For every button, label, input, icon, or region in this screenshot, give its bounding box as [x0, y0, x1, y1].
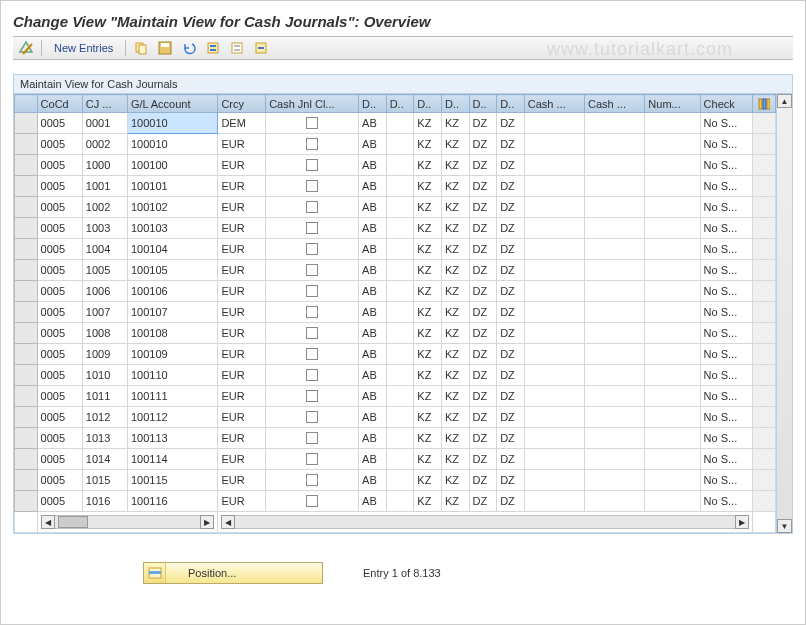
checkbox[interactable]	[306, 201, 318, 213]
row-selector[interactable]	[15, 344, 38, 365]
cell-cj[interactable]: 1009	[82, 344, 127, 365]
hscroll-right-bar[interactable]: ◀ ▶	[221, 515, 749, 529]
cell-d2[interactable]	[386, 407, 414, 428]
table-row[interactable]: 00051003100103EURABKZKZDZDZNo S...	[15, 218, 776, 239]
cell-cash2[interactable]	[585, 365, 645, 386]
cell-cash1[interactable]	[524, 428, 584, 449]
cell-cocd[interactable]: 0005	[37, 470, 82, 491]
cell-cash2[interactable]	[585, 113, 645, 134]
cell-d3[interactable]: KZ	[414, 239, 442, 260]
new-entries-button[interactable]: New Entries	[48, 42, 119, 54]
cell-d5[interactable]: DZ	[469, 428, 497, 449]
vscroll-down-btn[interactable]: ▼	[777, 519, 792, 533]
table-row[interactable]: 00051011100111EURABKZKZDZDZNo S...	[15, 386, 776, 407]
cell-cocd[interactable]: 0005	[37, 323, 82, 344]
cell-d1[interactable]: AB	[359, 176, 387, 197]
cell-cash1[interactable]	[524, 407, 584, 428]
table-row[interactable]: 00051015100115EURABKZKZDZDZNo S...	[15, 470, 776, 491]
cell-cash2[interactable]	[585, 197, 645, 218]
cell-d3[interactable]: KZ	[414, 134, 442, 155]
cell-cash2[interactable]	[585, 218, 645, 239]
cell-cash2[interactable]	[585, 449, 645, 470]
cell-d5[interactable]: DZ	[469, 197, 497, 218]
cell-d1[interactable]: AB	[359, 386, 387, 407]
cell-d2[interactable]	[386, 155, 414, 176]
row-selector[interactable]	[15, 239, 38, 260]
cell-d3[interactable]: KZ	[414, 302, 442, 323]
cell-check[interactable]: No S...	[700, 134, 753, 155]
cell-crcy[interactable]: EUR	[218, 449, 266, 470]
checkbox[interactable]	[306, 348, 318, 360]
table-row[interactable]: 00051007100107EURABKZKZDZDZNo S...	[15, 302, 776, 323]
cell-cash2[interactable]	[585, 260, 645, 281]
cell-check[interactable]: No S...	[700, 449, 753, 470]
cell-d1[interactable]: AB	[359, 260, 387, 281]
cell-cash1[interactable]	[524, 281, 584, 302]
cell-cjcl[interactable]	[266, 113, 359, 134]
cell-d5[interactable]: DZ	[469, 365, 497, 386]
cell-cash1[interactable]	[524, 491, 584, 512]
cell-cash1[interactable]	[524, 197, 584, 218]
cell-gl[interactable]: 100114	[128, 449, 218, 470]
delete-icon[interactable]	[252, 39, 270, 57]
cell-cash2[interactable]	[585, 281, 645, 302]
save-icon[interactable]	[156, 39, 174, 57]
cell-crcy[interactable]: EUR	[218, 134, 266, 155]
cell-crcy[interactable]: EUR	[218, 344, 266, 365]
cell-cjcl[interactable]	[266, 344, 359, 365]
cell-num[interactable]	[645, 302, 700, 323]
cell-d1[interactable]: AB	[359, 428, 387, 449]
cell-d2[interactable]	[386, 197, 414, 218]
cell-cash1[interactable]	[524, 134, 584, 155]
table-row[interactable]: 00051000100100EURABKZKZDZDZNo S...	[15, 155, 776, 176]
row-selector[interactable]	[15, 281, 38, 302]
select-all-icon[interactable]	[204, 39, 222, 57]
undo-icon[interactable]	[180, 39, 198, 57]
cell-cj[interactable]: 1014	[82, 449, 127, 470]
cell-gl[interactable]: 100102	[128, 197, 218, 218]
cell-gl[interactable]: 100104	[128, 239, 218, 260]
col-crcy[interactable]: Crcy	[218, 95, 266, 113]
cell-d3[interactable]: KZ	[414, 365, 442, 386]
cell-d6[interactable]: DZ	[497, 491, 525, 512]
cell-d5[interactable]: DZ	[469, 470, 497, 491]
row-selector[interactable]	[15, 260, 38, 281]
table-row[interactable]: 00051009100109EURABKZKZDZDZNo S...	[15, 344, 776, 365]
cell-d6[interactable]: DZ	[497, 260, 525, 281]
cell-d2[interactable]	[386, 449, 414, 470]
cell-gl[interactable]: 100110	[128, 365, 218, 386]
cell-num[interactable]	[645, 470, 700, 491]
checkbox[interactable]	[306, 138, 318, 150]
cell-d3[interactable]: KZ	[414, 407, 442, 428]
cell-cj[interactable]: 1001	[82, 176, 127, 197]
cell-cjcl[interactable]	[266, 302, 359, 323]
cell-crcy[interactable]: EUR	[218, 260, 266, 281]
cell-d5[interactable]: DZ	[469, 260, 497, 281]
checkbox[interactable]	[306, 285, 318, 297]
cell-d3[interactable]: KZ	[414, 197, 442, 218]
cell-d2[interactable]	[386, 386, 414, 407]
cell-d2[interactable]	[386, 323, 414, 344]
cell-cash2[interactable]	[585, 323, 645, 344]
cell-crcy[interactable]: EUR	[218, 302, 266, 323]
cell-check[interactable]: No S...	[700, 407, 753, 428]
cell-check[interactable]: No S...	[700, 428, 753, 449]
cell-d6[interactable]: DZ	[497, 449, 525, 470]
table-row[interactable]: 00050001100010DEMABKZKZDZDZNo S...	[15, 113, 776, 134]
cell-cash2[interactable]	[585, 176, 645, 197]
cell-cocd[interactable]: 0005	[37, 218, 82, 239]
cell-cjcl[interactable]	[266, 323, 359, 344]
cell-crcy[interactable]: EUR	[218, 197, 266, 218]
cell-gl[interactable]: 100100	[128, 155, 218, 176]
col-cash1[interactable]: Cash ...	[524, 95, 584, 113]
cell-cjcl[interactable]	[266, 134, 359, 155]
cell-num[interactable]	[645, 197, 700, 218]
cell-d4[interactable]: KZ	[441, 491, 469, 512]
cell-d5[interactable]: DZ	[469, 407, 497, 428]
cell-d3[interactable]: KZ	[414, 218, 442, 239]
cell-d1[interactable]: AB	[359, 218, 387, 239]
col-cj[interactable]: CJ ...	[82, 95, 127, 113]
cell-num[interactable]	[645, 386, 700, 407]
row-selector[interactable]	[15, 134, 38, 155]
cell-cj[interactable]: 1012	[82, 407, 127, 428]
